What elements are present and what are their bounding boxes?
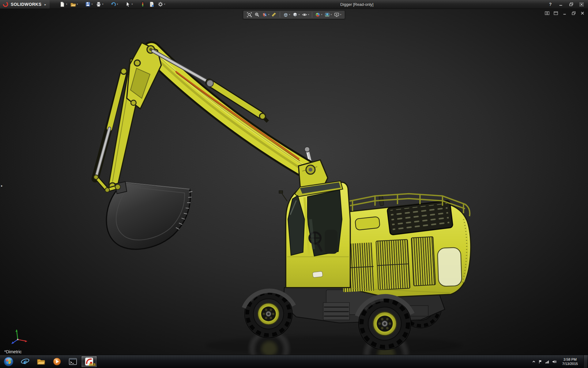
edit-appearance-button[interactable]: ▾ xyxy=(315,12,323,18)
minimize-icon xyxy=(559,2,563,6)
side-grilles xyxy=(341,237,435,292)
engine-housing[interactable] xyxy=(338,194,471,297)
solidworks-logo-icon xyxy=(2,1,9,7)
menu-expand-icon[interactable]: ▸ xyxy=(44,3,46,6)
minimize-button[interactable] xyxy=(558,2,564,7)
eye-icon xyxy=(302,12,307,17)
undo-icon xyxy=(110,1,116,7)
taskbar-command-prompt[interactable] xyxy=(65,355,81,368)
zoom-to-area-icon xyxy=(254,12,260,17)
close-document-icon xyxy=(581,11,584,15)
titlebar: SOLIDWORKS ▸ ▾ ▾ xyxy=(0,0,588,9)
window-title: Digger [Read-only] xyxy=(166,2,548,7)
media-player-icon xyxy=(52,357,62,366)
toolbar-separator xyxy=(312,12,312,17)
front-hatch xyxy=(355,217,380,230)
close-icon xyxy=(579,2,584,6)
help-button[interactable]: ? xyxy=(548,2,553,7)
file-properties-icon xyxy=(149,1,155,7)
volume-button[interactable] xyxy=(552,360,557,364)
measure-ruler-icon xyxy=(271,12,277,17)
section-view-button[interactable]: ▾ xyxy=(261,12,270,18)
solidworks-window: SOLIDWORKS ▸ ▾ ▾ xyxy=(0,0,588,368)
print-icon xyxy=(96,1,102,7)
document-window-controls xyxy=(545,11,585,15)
view-orientation-label: *Dimetric xyxy=(4,349,22,354)
hidden-icons-button[interactable] xyxy=(532,360,536,363)
file-properties-button[interactable] xyxy=(148,1,156,8)
zoom-to-area-button[interactable] xyxy=(254,12,260,18)
bucket[interactable] xyxy=(106,182,192,249)
options-button[interactable]: ▾ xyxy=(156,1,166,8)
new-window-button[interactable] xyxy=(553,11,558,15)
view-orientation-icon xyxy=(283,12,288,17)
appearance-ball-icon xyxy=(315,12,321,17)
display-style-icon xyxy=(292,12,298,17)
clock-time: 3:58 PM xyxy=(562,357,578,362)
save-icon xyxy=(85,1,91,7)
zoom-to-fit-icon xyxy=(247,12,252,17)
new-document-button[interactable]: ▾ xyxy=(58,1,68,8)
save-button[interactable]: ▾ xyxy=(84,1,94,8)
taskbar-apps: e xyxy=(17,355,97,368)
hide-show-items-button[interactable]: ▾ xyxy=(301,12,310,18)
split-window-icon xyxy=(545,11,549,15)
solidworks-version-badge: 2015 xyxy=(89,363,96,366)
apply-scene-button[interactable]: ▾ xyxy=(324,12,333,18)
open-button[interactable]: ▾ xyxy=(69,1,79,8)
rebuild-icon xyxy=(140,1,146,7)
new-document-icon xyxy=(59,1,65,7)
minimize-document-icon xyxy=(563,11,567,15)
headsup-view-toolbar: ▾ ▾ ▾ xyxy=(243,10,345,19)
taskbar-clock[interactable]: 3:58 PM 7/13/2015 xyxy=(560,357,581,366)
brand-name: SOLIDWORKS xyxy=(11,2,41,7)
featuremanager-flyout-arrow[interactable]: ▸ xyxy=(0,182,4,190)
hydraulic-hose xyxy=(175,71,299,159)
restore-button[interactable] xyxy=(568,2,574,7)
seat xyxy=(325,230,337,254)
show-desktop-button[interactable] xyxy=(583,355,587,368)
measure-button[interactable] xyxy=(271,12,277,18)
graphics-area[interactable]: ▾ ▾ ▾ xyxy=(0,9,588,355)
split-window-button[interactable] xyxy=(545,11,549,15)
taskbar-solidworks[interactable]: 2015 xyxy=(81,356,97,367)
view-settings-button[interactable]: ▾ xyxy=(334,12,342,18)
window-controls: ? xyxy=(548,2,588,7)
main-toolbar: ▾ ▾ ▾ xyxy=(58,1,166,8)
start-button[interactable] xyxy=(0,355,17,368)
select-button[interactable]: ▾ xyxy=(124,1,134,8)
cab[interactable] xyxy=(279,181,350,288)
headlight xyxy=(312,271,322,278)
taskbar-file-explorer[interactable] xyxy=(33,355,49,368)
zoom-to-fit-button[interactable] xyxy=(246,12,253,18)
restore-icon xyxy=(569,2,573,6)
display-style-button[interactable]: ▾ xyxy=(292,12,300,18)
restore-document-button[interactable] xyxy=(571,11,576,15)
close-document-button[interactable] xyxy=(580,11,585,15)
excavator-model[interactable] xyxy=(0,9,588,355)
taskbar-media-player[interactable] xyxy=(49,355,65,368)
chevron-up-icon xyxy=(532,360,536,363)
boom[interactable] xyxy=(152,49,311,175)
rebuild-button[interactable] xyxy=(139,1,147,8)
minimize-document-button[interactable] xyxy=(562,11,567,15)
orientation-triad xyxy=(7,324,32,348)
section-view-icon xyxy=(262,12,267,17)
folder-icon xyxy=(36,357,46,366)
system-tray: 3:58 PM 7/13/2015 xyxy=(532,355,588,368)
toolbar-separator xyxy=(280,12,280,17)
network-button[interactable] xyxy=(545,360,549,364)
print-button[interactable]: ▾ xyxy=(95,1,104,8)
rear-panel xyxy=(437,247,462,286)
open-folder-icon xyxy=(70,1,76,7)
command-prompt-icon xyxy=(68,357,77,366)
volume-icon xyxy=(552,360,557,364)
flag-icon xyxy=(538,360,542,364)
windows-start-icon xyxy=(3,356,14,367)
close-button[interactable] xyxy=(579,2,584,7)
solidworks-menu-button[interactable]: SOLIDWORKS ▸ xyxy=(0,0,50,9)
view-orientation-button[interactable]: ▾ xyxy=(282,12,291,18)
taskbar-internet-explorer[interactable]: e xyxy=(17,355,33,368)
action-center-button[interactable] xyxy=(538,360,542,364)
undo-button[interactable]: ▾ xyxy=(109,1,119,8)
